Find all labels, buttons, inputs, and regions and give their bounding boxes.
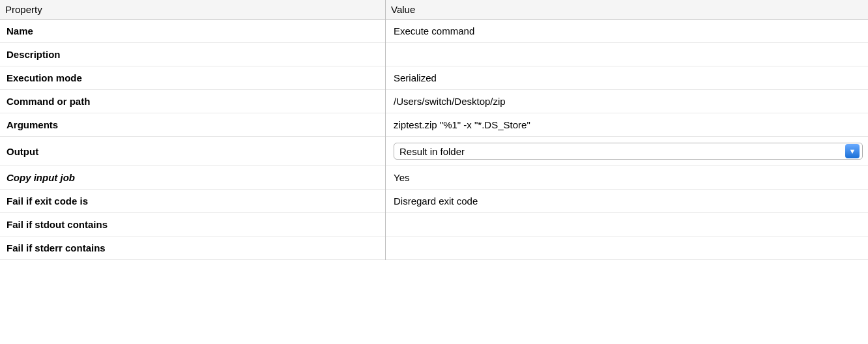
value-cell-description	[386, 43, 869, 66]
value-cell-fail-exit-code: Disregard exit code	[386, 190, 869, 213]
value-cell-fail-stdout	[386, 213, 869, 236]
table-row: OutputResult in folder▼	[0, 137, 868, 166]
table-row: Command or path/Users/switch/Desktop/zip	[0, 90, 868, 113]
table-row: Copy input jobYes	[0, 166, 868, 190]
value-cell-command-or-path: /Users/switch/Desktop/zip	[386, 90, 869, 113]
value-cell-name: Execute command	[386, 20, 869, 43]
table-row: NameExecute command	[0, 20, 868, 43]
table-row: Argumentsziptest.zip "%1" -x "*.DS_Store…	[0, 113, 868, 137]
property-label-output: Output	[0, 137, 386, 166]
property-label-fail-stdout: Fail if stdout contains	[0, 213, 386, 236]
property-column-header: Property	[0, 0, 386, 20]
property-label-description: Description	[0, 43, 386, 66]
output-select-value: Result in folder	[399, 146, 465, 157]
table-row: Description	[0, 43, 868, 66]
property-label-arguments: Arguments	[0, 113, 386, 137]
value-column-header: Value	[386, 0, 869, 20]
value-cell-arguments: ziptest.zip "%1" -x "*.DS_Store"	[386, 113, 869, 137]
output-select[interactable]: Result in folder▼	[394, 143, 863, 160]
chevron-down-icon: ▼	[845, 144, 860, 158]
value-cell-fail-stderr	[386, 236, 869, 260]
property-label-fail-exit-code: Fail if exit code is	[0, 190, 386, 213]
table-row: Fail if exit code isDisregard exit code	[0, 190, 868, 213]
property-label-copy-input-job: Copy input job	[0, 166, 386, 190]
property-label-name: Name	[0, 20, 386, 43]
properties-table: Property Value NameExecute commandDescri…	[0, 0, 868, 260]
property-label-command-or-path: Command or path	[0, 90, 386, 113]
table-row: Fail if stderr contains	[0, 236, 868, 260]
value-cell-output: Result in folder▼	[386, 137, 869, 166]
property-label-execution-mode: Execution mode	[0, 66, 386, 90]
value-cell-execution-mode: Serialized	[386, 66, 869, 90]
table-row: Execution modeSerialized	[0, 66, 868, 90]
table-row: Fail if stdout contains	[0, 213, 868, 236]
property-label-fail-stderr: Fail if stderr contains	[0, 236, 386, 260]
value-cell-copy-input-job: Yes	[386, 166, 869, 190]
